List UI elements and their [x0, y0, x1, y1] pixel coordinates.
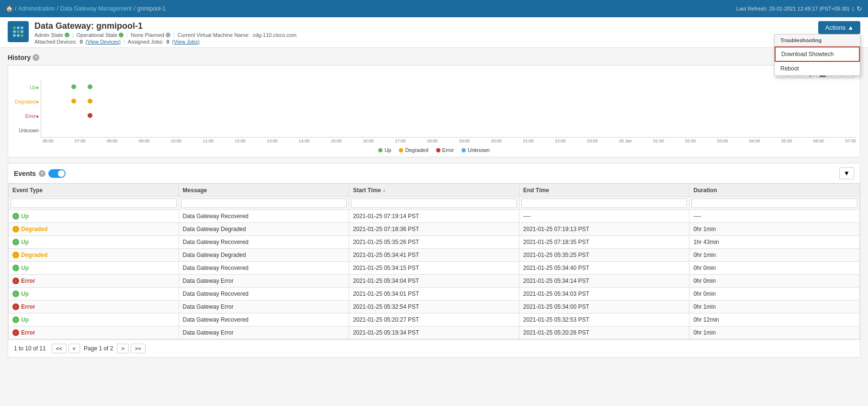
- first-page-button[interactable]: <<: [52, 344, 67, 353]
- operational-state: Operational State: [77, 32, 124, 38]
- col-message[interactable]: Message: [179, 184, 349, 197]
- x-label: 20:00: [491, 139, 502, 143]
- x-label: 06:00: [813, 139, 824, 143]
- x-label: 12:00: [235, 139, 246, 143]
- admin-state: Admin State: [34, 32, 69, 38]
- refresh-icon[interactable]: ↻: [857, 5, 862, 12]
- chart-dot-4: [88, 99, 92, 104]
- event-end-time-cell: 2021-01-25 05:32:53 PST: [519, 313, 689, 326]
- actions-dropdown: Troubleshooting Download Showtech Reboot: [774, 34, 860, 76]
- filter-start-time-input[interactable]: [351, 198, 517, 208]
- event-type-icon: ↑: [12, 303, 19, 310]
- download-showtech-item[interactable]: Download Showtech: [775, 46, 860, 62]
- actions-label: Actions: [825, 24, 845, 31]
- x-label: 18:00: [427, 139, 438, 143]
- chart-legend: Up Degraded Error Unknown: [12, 147, 856, 153]
- event-end-time-cell: 2021-01-25 05:34:14 PST: [519, 275, 689, 288]
- view-jobs-link[interactable]: (View Jobs): [172, 39, 200, 45]
- filter-end-time-input[interactable]: [521, 198, 688, 208]
- event-end-time-cell: 2021-01-25 05:34:03 PST: [519, 288, 689, 301]
- event-type-cell: ↑ Up: [9, 313, 179, 326]
- col-end-time[interactable]: End Time: [519, 184, 689, 197]
- event-type-icon: ↑: [12, 278, 19, 284]
- event-type-cell: ↑ Degraded: [9, 223, 179, 236]
- table-row: ↑ Degraded Data Gateway Degraded 2021-01…: [9, 223, 860, 236]
- filter-message-input[interactable]: [181, 198, 347, 208]
- events-toggle[interactable]: [48, 169, 66, 178]
- event-message-cell: Data Gateway Degraded: [179, 249, 349, 262]
- breadcrumb-dgm[interactable]: Data Gateway Management: [60, 5, 132, 12]
- actions-button[interactable]: Actions ▲: [818, 21, 860, 34]
- event-start-time-cell: 2021-01-25 05:34:04 PST: [349, 275, 519, 288]
- event-message-cell: Data Gateway Error: [179, 326, 349, 339]
- home-icon[interactable]: 🏠: [6, 5, 13, 12]
- events-label: Events: [14, 170, 36, 177]
- filter-event-type-input[interactable]: [11, 198, 177, 208]
- event-end-time-cell: 2021-01-25 05:35:25 PST: [519, 249, 689, 262]
- event-type-label: Error: [21, 303, 35, 310]
- col-duration[interactable]: Duration: [689, 184, 860, 197]
- page-header: Data Gateway: gnmipool-1 Admin State | O…: [0, 17, 868, 48]
- legend-degraded: Degraded: [399, 147, 428, 153]
- view-devices-link[interactable]: (View Devices): [86, 39, 121, 45]
- filter-duration-input[interactable]: [691, 198, 857, 208]
- gateway-meta: Admin State | Operational State | None P…: [34, 32, 296, 38]
- event-type-label: Up: [21, 239, 29, 245]
- x-label: 01:00: [653, 139, 664, 143]
- next-page-button[interactable]: >: [117, 344, 128, 353]
- x-label: 07:00: [845, 139, 856, 143]
- y-label-unknown: Unknown: [12, 128, 39, 133]
- events-table-body: ↑ Up Data Gateway Recovered 2021-01-25 0…: [9, 210, 860, 339]
- table-row: ↑ Up Data Gateway Recovered 2021-01-25 0…: [9, 210, 860, 223]
- refresh-info: Last Refresh: 25-01-2021 12:49:17 (PST+0…: [736, 5, 862, 12]
- top-navigation: 🏠 / Administration / Data Gateway Manage…: [0, 0, 868, 17]
- x-label: 19:00: [459, 139, 470, 143]
- table-row: ↑ Up Data Gateway Recovered 2021-01-25 0…: [9, 313, 860, 326]
- x-label: 11:00: [203, 139, 214, 143]
- legend-unknown: Unknown: [462, 147, 490, 153]
- event-start-time-cell: 2021-01-25 05:34:15 PST: [349, 262, 519, 275]
- filter-message-cell: [179, 197, 349, 210]
- filter-event-type-cell: [9, 197, 179, 210]
- x-label: 17:00: [395, 139, 406, 143]
- reboot-item[interactable]: Reboot: [775, 62, 860, 75]
- event-duration-cell: 0hr 1min: [689, 326, 860, 339]
- y-label-degraded: Degraded●: [12, 99, 39, 104]
- event-end-time-cell: 2021-01-25 05:20:26 PST: [519, 326, 689, 339]
- admin-state-label: Admin State: [34, 32, 63, 38]
- col-start-time[interactable]: Start Time ↓: [349, 184, 519, 197]
- x-label: 23:00: [587, 139, 598, 143]
- events-title: Events ?: [14, 169, 66, 178]
- table-row: ↑ Error Data Gateway Error 2021-01-25 05…: [9, 275, 860, 288]
- last-page-button[interactable]: >>: [131, 344, 146, 353]
- filter-button[interactable]: ▼: [839, 167, 854, 179]
- breadcrumb-administration[interactable]: Administration: [18, 5, 55, 12]
- event-duration-cell: 1hr 43min: [689, 236, 860, 249]
- chart-plot: [41, 80, 856, 138]
- event-message-cell: Data Gateway Recovered: [179, 288, 349, 301]
- breadcrumb: 🏠 / Administration / Data Gateway Manage…: [6, 5, 166, 12]
- chart-dot-3: [88, 84, 92, 89]
- toggle-knob: [58, 170, 65, 177]
- event-type-cell: ↑ Up: [9, 288, 179, 301]
- table-header-row: Event Type Message Start Time ↓ End Time…: [9, 184, 860, 197]
- chart-x-axis: 06:00 07:00 08:00 09:00 10:00 11:00 12:0…: [43, 138, 856, 144]
- event-message-cell: Data Gateway Recovered: [179, 262, 349, 275]
- event-message-cell: Data Gateway Error: [179, 301, 349, 313]
- event-message-cell: Data Gateway Error: [179, 275, 349, 288]
- event-type-cell: ↑ Up: [9, 262, 179, 275]
- legend-up-label: Up: [384, 147, 391, 153]
- page-info: Page 1 of 2: [84, 345, 113, 352]
- filter-duration-cell: [689, 197, 860, 210]
- x-label: 07:00: [75, 139, 86, 143]
- troubleshooting-label: Troubleshooting: [775, 35, 860, 46]
- prev-page-button[interactable]: <: [68, 344, 80, 353]
- history-help-icon[interactable]: ?: [33, 54, 39, 61]
- events-help-icon[interactable]: ?: [39, 170, 45, 177]
- event-end-time-cell: 2021-01-25 05:34:00 PST: [519, 301, 689, 313]
- event-type-label: Up: [21, 316, 29, 323]
- col-event-type[interactable]: Event Type: [9, 184, 179, 197]
- x-label: 22:00: [555, 139, 566, 143]
- history-label: History: [8, 54, 31, 61]
- assigned-jobs-count: 0: [166, 39, 169, 45]
